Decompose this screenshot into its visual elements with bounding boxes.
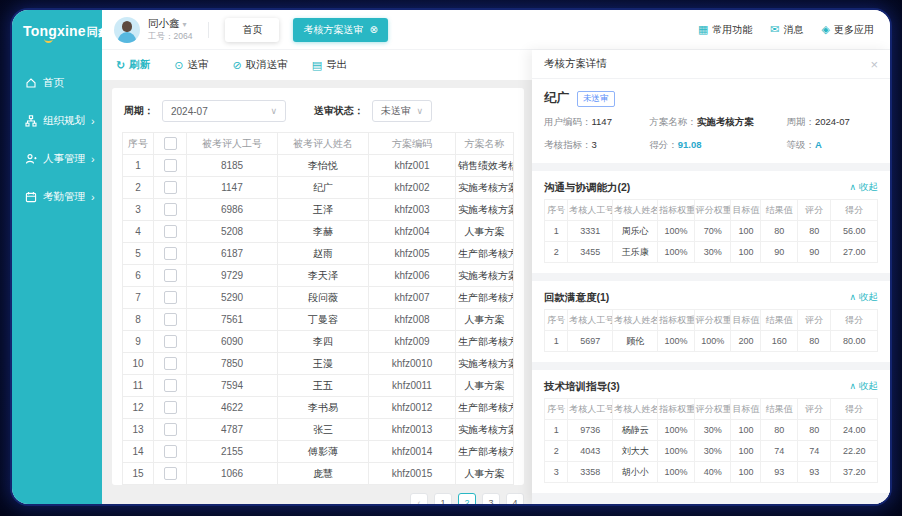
row-checkbox[interactable] xyxy=(164,357,177,370)
cell-code: khfz009 xyxy=(369,331,456,353)
cell-name: 李赫 xyxy=(278,221,369,243)
chevron-down-icon: ∨ xyxy=(270,106,277,116)
cell-plan: 销售绩效考核方案 xyxy=(456,155,514,177)
tab-close-icon[interactable]: ⊗ xyxy=(369,25,377,35)
cell-index: 5 xyxy=(123,243,154,265)
collapse-button[interactable]: ∧收起 xyxy=(849,380,878,393)
cancel-submit-button[interactable]: ⊘取消送审 xyxy=(232,58,287,72)
collapse-label: 收起 xyxy=(859,380,878,393)
prev-page-button[interactable]: ‹ xyxy=(410,493,428,504)
submit-button[interactable]: ⊙送审 xyxy=(174,58,208,72)
row-checkbox[interactable] xyxy=(164,401,177,414)
header-action-label: 更多应用 xyxy=(834,23,874,37)
row-checkbox[interactable] xyxy=(164,203,177,216)
page-button-3[interactable]: 3 xyxy=(482,493,500,504)
apps-icon: ◈ xyxy=(822,24,830,35)
table-row[interactable]: 96090李四khfz009生产部考核方案 xyxy=(123,331,514,353)
section-cell: 3 xyxy=(545,462,568,483)
collapse-label: 收起 xyxy=(859,181,878,194)
row-checkbox[interactable] xyxy=(164,335,177,348)
status-badge: 未送审 xyxy=(577,91,615,107)
section-cell: 80 xyxy=(798,420,831,441)
cell-plan: 人事方案 xyxy=(456,463,514,485)
section-table-head: 序号考核人工号考核人姓名指标权重评分权重目标值结果值评分得分 xyxy=(545,200,878,221)
section-cell: 杨静云 xyxy=(613,420,658,441)
header-action-message[interactable]: ✉消息 xyxy=(770,23,803,37)
page-button-2[interactable]: 2 xyxy=(458,493,476,504)
table-row[interactable]: 21147纪广khfz002实施考核方案 xyxy=(123,177,514,199)
page-button-4[interactable]: 4 xyxy=(506,493,524,504)
row-checkbox[interactable] xyxy=(164,225,177,238)
table-row[interactable]: 107850王漫khfz0010实施考核方案 xyxy=(123,353,514,375)
cell-checkbox xyxy=(154,397,187,419)
avatar[interactable] xyxy=(114,17,140,43)
table-row[interactable]: 117594王五khfz0011人事方案 xyxy=(123,375,514,397)
row-checkbox[interactable] xyxy=(164,269,177,282)
section-column-header: 考核人姓名 xyxy=(613,200,658,221)
info-label: 用户编码： xyxy=(544,116,592,127)
header-action-common[interactable]: ▦常用功能 xyxy=(698,23,752,37)
row-checkbox[interactable] xyxy=(164,181,177,194)
column-header: 方案名称 xyxy=(456,133,514,155)
section-row: 13331周乐心100%70%100808056.00 xyxy=(545,221,878,242)
collapse-button[interactable]: ∧收起 xyxy=(849,181,878,194)
section-row: 15697顾伦100%100%2001608080.00 xyxy=(545,331,878,352)
section-cell: 王乐康 xyxy=(613,242,658,263)
section-header: 回款满意度(1)∧收起 xyxy=(544,286,878,309)
info-field: 等级：A xyxy=(786,139,878,152)
user-meta[interactable]: 同小鑫▾ 工号：2064 xyxy=(148,17,192,42)
sidebar-item-home[interactable]: 首页 xyxy=(12,64,102,102)
period-value: 2024-07 xyxy=(171,106,208,117)
export-button[interactable]: ▤导出 xyxy=(312,58,347,72)
row-checkbox[interactable] xyxy=(164,423,177,436)
info-field: 方案名称：实施考核方案 xyxy=(649,116,786,129)
tab-assessment-submit[interactable]: 考核方案送审 ⊗ xyxy=(293,18,387,42)
sidebar-item-attendance[interactable]: 考勤管理› xyxy=(12,178,102,216)
table-row[interactable]: 18185李怡悦khfz001销售绩效考核方案 xyxy=(123,155,514,177)
table-row[interactable]: 69729李天泽khfz006实施考核方案 xyxy=(123,265,514,287)
table-row[interactable]: 124622李书易khfz0012生产部考核方案 xyxy=(123,397,514,419)
collapse-button[interactable]: ∧收起 xyxy=(849,291,878,304)
select-all-checkbox[interactable] xyxy=(164,137,177,150)
row-checkbox[interactable] xyxy=(164,445,177,458)
section-cell: 100 xyxy=(731,242,761,263)
home-button[interactable]: 首页 xyxy=(225,18,279,42)
page-button-1[interactable]: 1 xyxy=(434,493,452,504)
table-row[interactable]: 75290段问薇khfz007生产部考核方案 xyxy=(123,287,514,309)
section-cell: 90 xyxy=(761,242,798,263)
sidebar-item-org[interactable]: 组织规划› xyxy=(12,102,102,140)
cell-checkbox xyxy=(154,441,187,463)
row-checkbox[interactable] xyxy=(164,379,177,392)
info-field: 考核指标：3 xyxy=(544,139,649,152)
table-row[interactable]: 142155傅影薄khfz0014生产部考核方案 xyxy=(123,441,514,463)
table-row[interactable]: 45208李赫khfz004人事方案 xyxy=(123,221,514,243)
table-row[interactable]: 56187赵雨khfz005生产部考核方案 xyxy=(123,243,514,265)
header-action-more-apps[interactable]: ◈更多应用 xyxy=(822,23,874,37)
cell-index: 13 xyxy=(123,419,154,441)
cell-plan: 人事方案 xyxy=(456,221,514,243)
period-label: 周期： xyxy=(124,104,154,118)
cell-checkbox xyxy=(154,177,187,199)
table-row[interactable]: 134787张三khfz0013实施考核方案 xyxy=(123,419,514,441)
toolbar-button-label: 导出 xyxy=(326,58,347,72)
cell-index: 14 xyxy=(123,441,154,463)
table-row[interactable]: 36986王泽khfz003实施考核方案 xyxy=(123,199,514,221)
table-row[interactable]: 151066庞慧khfz0015人事方案 xyxy=(123,463,514,485)
section-cell: 100% xyxy=(658,441,695,462)
row-checkbox[interactable] xyxy=(164,291,177,304)
table-header-row: 序号被考评人工号被考评人姓名方案编码方案名称 xyxy=(123,133,514,155)
section-title: 沟通与协调能力(2) xyxy=(544,181,630,195)
table-row[interactable]: 87561丁曼容khfz008人事方案 xyxy=(123,309,514,331)
status-select[interactable]: 未送审 ∨ xyxy=(372,100,432,122)
row-checkbox[interactable] xyxy=(164,159,177,172)
row-checkbox[interactable] xyxy=(164,467,177,480)
header-action-label: 常用功能 xyxy=(712,23,752,37)
refresh-button[interactable]: ↻刷新 xyxy=(116,58,150,72)
row-checkbox[interactable] xyxy=(164,313,177,326)
period-select[interactable]: 2024-07 ∨ xyxy=(162,100,286,122)
sidebar-item-hr[interactable]: 人事管理› xyxy=(12,140,102,178)
close-icon[interactable]: × xyxy=(870,58,878,71)
cell-code: khfz003 xyxy=(369,199,456,221)
cell-code: khfz0015 xyxy=(369,463,456,485)
row-checkbox[interactable] xyxy=(164,247,177,260)
